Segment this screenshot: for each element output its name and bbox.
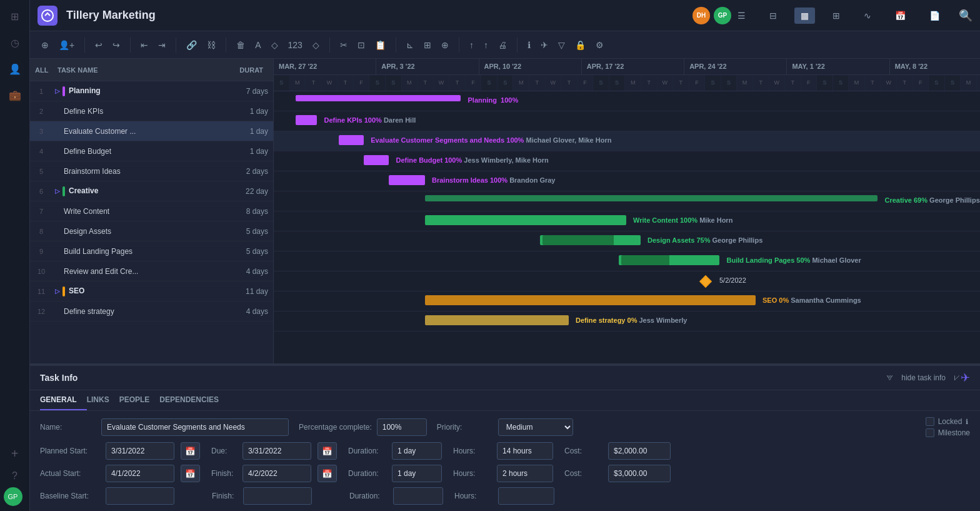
add-task-button[interactable]: ⊕ [38, 38, 52, 53]
collapse-icon2[interactable]: ⩗ [953, 373, 961, 382]
gantt-bar-planning[interactable] [296, 95, 461, 101]
gantt-bar-brainstorm[interactable] [389, 175, 425, 185]
zoom-button[interactable]: ⊕ [438, 38, 452, 53]
sidebar-add-button[interactable]: + [4, 442, 26, 465]
tab-dependencies[interactable]: DEPENDENCIES [159, 390, 229, 410]
view-split[interactable]: ⊟ [763, 8, 783, 24]
hours2-input[interactable] [497, 465, 553, 482]
gantt-bar-define-budget[interactable] [364, 155, 389, 165]
tab-people[interactable]: PEOPLE [119, 390, 160, 410]
sidebar-help-button[interactable]: ? [4, 465, 26, 487]
gantt-bar-define-kpis[interactable] [296, 115, 318, 125]
cut-button[interactable]: ✂ [336, 38, 351, 53]
milestone-checkbox-box[interactable] [926, 428, 934, 437]
gantt-bar-build-landing[interactable] [619, 255, 719, 265]
send-button[interactable]: ✈ [537, 38, 552, 53]
undo-button[interactable]: ↩ [91, 38, 106, 53]
gantt-bar-evaluate[interactable] [339, 135, 364, 145]
gantt-chart[interactable]: MAR, 27 '22 APR, 3 '22 APR, 10 '22 APR, … [274, 59, 980, 363]
gantt-bar-write-content[interactable] [425, 215, 626, 225]
gantt-bar-seo[interactable] [425, 295, 756, 305]
task-row[interactable]: 8 Design Assets 5 days [30, 221, 273, 241]
view-doc[interactable]: 📄 [923, 8, 946, 24]
unlink-button[interactable]: ⛓ [203, 38, 219, 53]
send-task-icon[interactable]: ✈ [961, 371, 970, 385]
sidebar-item-timeline[interactable]: ◷ [4, 31, 26, 54]
hours-input[interactable] [497, 442, 553, 460]
task-row[interactable]: 9 Build Landing Pages 5 days [30, 241, 273, 261]
baseline-finish-input[interactable] [243, 487, 312, 505]
due-calendar[interactable]: 📅 [318, 442, 337, 460]
view-calendar[interactable]: 📅 [889, 8, 912, 24]
sidebar-profile-avatar[interactable]: GP [4, 487, 22, 506]
redo-button[interactable]: ↪ [109, 38, 124, 53]
pct-input[interactable] [377, 418, 427, 436]
actual-start-calendar[interactable]: 📅 [181, 465, 200, 482]
link-button[interactable]: 🔗 [182, 38, 201, 53]
finish-calendar[interactable]: 📅 [318, 465, 337, 482]
task-row[interactable]: 4 Define Budget 1 day [30, 141, 273, 161]
outdent-button[interactable]: ⇤ [137, 38, 152, 53]
due-input[interactable] [242, 442, 311, 460]
paste-button[interactable]: 📋 [371, 38, 389, 53]
gantt-bar-define-strategy[interactable] [425, 315, 569, 325]
collapse-icon[interactable]: ⩔ [886, 373, 894, 382]
gantt-bar-design-assets[interactable] [540, 235, 641, 245]
info-icon[interactable]: ℹ [966, 418, 968, 426]
settings-button[interactable]: ⚙ [592, 38, 608, 53]
locked-checkbox-box[interactable] [926, 417, 934, 426]
share-button[interactable]: ↑ [466, 38, 478, 53]
export-button[interactable]: ↑ [480, 38, 492, 53]
tab-general[interactable]: GENERAL [40, 390, 87, 410]
sidebar-item-home[interactable]: ⊞ [4, 5, 26, 28]
indent-button[interactable]: ⇥ [154, 38, 169, 53]
task-row[interactable]: 2 Define KPIs 1 day [30, 101, 273, 121]
finish-input[interactable] [242, 465, 311, 482]
baseline-start-input[interactable] [106, 487, 174, 505]
name-input[interactable] [101, 418, 289, 436]
number-button[interactable]: 123 [284, 38, 306, 53]
task-row[interactable]: 1 ▷Planning 7 days [30, 81, 273, 101]
task-row[interactable]: 10 Review and Edit Cre... 4 days [30, 261, 273, 281]
hide-task-info-label[interactable]: hide task info [901, 373, 946, 382]
view-gantt[interactable]: ▦ [794, 8, 815, 24]
baseline-button[interactable]: ⊾ [402, 38, 418, 53]
task-row[interactable]: 7 Write Content 8 days [30, 201, 273, 221]
font-button[interactable]: A [251, 38, 264, 53]
actual-start-input[interactable] [106, 465, 174, 482]
search-icon[interactable]: 🔍 [959, 9, 972, 23]
duration-input[interactable] [392, 442, 442, 460]
baseline-hours-input[interactable] [498, 487, 554, 505]
duration2-input[interactable] [392, 465, 442, 482]
sidebar-item-people[interactable]: 👤 [4, 58, 26, 80]
view-table[interactable]: ⊞ [826, 8, 846, 24]
milestone-checkbox[interactable]: Milestone [926, 428, 970, 437]
diamond-button[interactable]: ◇ [309, 38, 323, 53]
copy-button[interactable]: ⊡ [354, 38, 369, 53]
tab-links[interactable]: LINKS [87, 390, 119, 410]
print-button[interactable]: 🖨 [494, 38, 511, 53]
info-button[interactable]: ℹ [524, 38, 534, 53]
view-list[interactable]: ☰ [731, 8, 752, 24]
task-row[interactable]: 6 ▷Creative 22 day [30, 181, 273, 201]
baseline-duration-input[interactable] [393, 487, 443, 505]
view-chart[interactable]: ∿ [858, 8, 878, 24]
gantt-bar-creative[interactable] [425, 195, 878, 201]
task-row[interactable]: 3 Evaluate Customer ... 1 day [30, 121, 273, 141]
grid-button[interactable]: ⊞ [420, 38, 435, 53]
shape-button[interactable]: ◇ [268, 38, 282, 53]
task-row[interactable]: 11 ▷SEO 11 day [30, 281, 273, 301]
delete-button[interactable]: 🗑 [232, 38, 249, 53]
task-row[interactable]: 12 Define strategy 4 days [30, 301, 273, 321]
cost-input[interactable] [608, 442, 671, 460]
sidebar-item-work[interactable]: 💼 [4, 84, 26, 106]
locked-checkbox[interactable]: Locked ℹ [926, 417, 970, 426]
priority-select[interactable]: Medium Low High [498, 418, 573, 436]
task-row[interactable]: 5 Brainstorm Ideas 2 days [30, 161, 273, 181]
add-person-button[interactable]: 👤+ [55, 38, 78, 53]
filter-button[interactable]: ▽ [554, 38, 569, 53]
planned-start-input[interactable] [106, 442, 174, 460]
planned-start-calendar[interactable]: 📅 [181, 442, 200, 460]
cost2-input[interactable] [608, 465, 671, 482]
lock-button[interactable]: 🔒 [571, 38, 589, 53]
